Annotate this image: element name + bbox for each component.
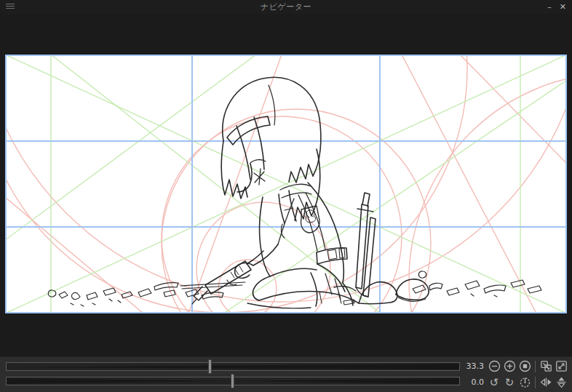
zoom-slider-handle[interactable] <box>208 359 212 374</box>
rotate-reset-button[interactable] <box>518 376 531 389</box>
flip-vertical-icon <box>555 376 568 388</box>
navigator-controls-bar: 33.3 0.0 <box>0 356 572 392</box>
navigator-panel: ナビゲーター – ✕ <box>0 0 572 392</box>
divider <box>535 361 536 372</box>
titlebar: ナビゲーター – ✕ <box>0 0 572 14</box>
zoom-in-button[interactable] <box>503 360 516 373</box>
flip-horizontal-icon <box>540 376 552 388</box>
rotation-value[interactable]: 0.0 <box>465 377 485 387</box>
flip-vertical-button[interactable] <box>555 376 568 389</box>
canvas-artwork <box>5 55 567 313</box>
rotation-slider[interactable] <box>6 377 460 385</box>
fit-to-screen-button[interactable] <box>555 360 568 373</box>
plus-circle-icon <box>504 360 516 372</box>
zoom-out-button[interactable] <box>488 360 501 373</box>
rotate-cw-button[interactable]: ↻ <box>503 376 516 389</box>
close-button[interactable]: ✕ <box>558 0 568 14</box>
divider <box>535 377 536 388</box>
rotate-reset-icon <box>519 376 531 388</box>
stop-circle-icon <box>519 360 531 372</box>
shell-casings-debris <box>48 271 541 306</box>
zoom-reset-button[interactable] <box>518 360 531 373</box>
zoom-value[interactable]: 33.3 <box>465 361 485 371</box>
navigator-canvas[interactable] <box>5 55 567 313</box>
minimize-button[interactable]: – <box>546 0 552 14</box>
flip-horizontal-button[interactable] <box>539 376 552 389</box>
zoom-controls-row: 33.3 <box>465 359 568 374</box>
minus-circle-icon <box>488 360 501 372</box>
rotate-cw-icon: ↻ <box>505 376 515 389</box>
rotate-ccw-icon: ↺ <box>490 376 499 389</box>
rotate-ccw-button[interactable]: ↺ <box>488 376 501 389</box>
green-guide-lines <box>5 55 567 313</box>
fit-to-window-button[interactable] <box>539 360 552 373</box>
actual-size-icon <box>555 360 568 372</box>
rotation-slider-handle[interactable] <box>231 374 234 388</box>
zoom-slider[interactable] <box>6 362 460 371</box>
rotation-controls-row: 0.0 ↺ ↻ <box>465 375 568 390</box>
fit-window-icon <box>540 360 552 372</box>
panel-title: ナビゲーター <box>0 1 572 12</box>
